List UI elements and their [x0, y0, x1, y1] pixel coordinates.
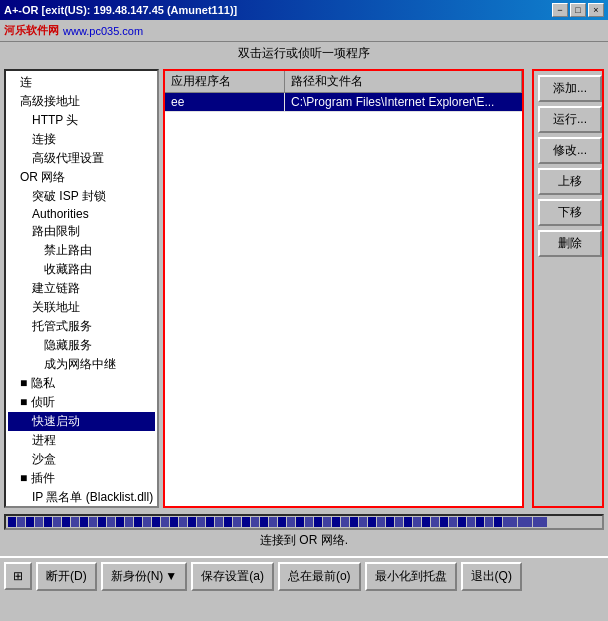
run-button[interactable]: 运行... [538, 106, 602, 133]
progress-segment [26, 517, 34, 527]
progress-segment [206, 517, 214, 527]
progress-segment [431, 517, 439, 527]
tree-item[interactable]: ■ 侦听 [8, 393, 155, 412]
dropdown-arrow-icon: ▼ [165, 569, 177, 583]
site-url: www.pc035.com [63, 25, 143, 37]
progress-segment [359, 517, 367, 527]
progress-segment [413, 517, 421, 527]
status-text: 连接到 OR 网络. [4, 532, 604, 549]
main-layout: 连高级接地址HTTP 头连接高级代理设置OR 网络突破 ISP 封锁Author… [0, 65, 608, 512]
tree-item[interactable]: 连接 [8, 130, 155, 149]
progress-segment [395, 517, 403, 527]
exit-button[interactable]: 退出(Q) [461, 562, 522, 591]
progress-segment [35, 517, 43, 527]
progress-segment [179, 517, 187, 527]
progress-segment [215, 517, 223, 527]
tree-item[interactable]: ■ 隐私 [8, 374, 155, 393]
disconnect-button[interactable]: 断开(D) [36, 562, 97, 591]
progress-segment [533, 517, 547, 527]
tree-item[interactable]: 托管式服务 [8, 317, 155, 336]
progress-segment [8, 517, 16, 527]
progress-segment [53, 517, 61, 527]
subtitle: 双击运行或侦听一项程序 [0, 42, 608, 65]
tree-item[interactable]: HTTP 头 [8, 111, 155, 130]
progress-segment [458, 517, 466, 527]
modify-button[interactable]: 修改... [538, 137, 602, 164]
minimize-tray-button[interactable]: 最小化到托盘 [365, 562, 457, 591]
tree-panel[interactable]: 连高级接地址HTTP 头连接高级代理设置OR 网络突破 ISP 封锁Author… [4, 69, 159, 508]
always-front-button[interactable]: 总在最前(o) [278, 562, 361, 591]
progress-segment [287, 517, 295, 527]
tree-item[interactable]: 连 [8, 73, 155, 92]
site-name: 河乐软件网 [4, 23, 59, 38]
progress-segment [386, 517, 394, 527]
progress-segment [188, 517, 196, 527]
new-identity-button[interactable]: 新身份(N) ▼ [101, 562, 188, 591]
progress-segment [197, 517, 205, 527]
progress-segment [518, 517, 532, 527]
add-button[interactable]: 添加... [538, 75, 602, 102]
progress-segment [449, 517, 457, 527]
tree-item[interactable]: 建立链路 [8, 279, 155, 298]
progress-segment [422, 517, 430, 527]
left-icon-button[interactable]: ⊞ [4, 562, 32, 590]
cell-app-name: ee [165, 93, 285, 111]
tree-item[interactable]: 突破 ISP 封锁 [8, 187, 155, 206]
tree-item[interactable]: ■ 系统 [8, 507, 155, 508]
progress-segment [143, 517, 151, 527]
progress-segment [404, 517, 412, 527]
window-controls: − □ × [552, 3, 604, 17]
tree-item[interactable]: 快速启动 [8, 412, 155, 431]
tree-item[interactable]: OR 网络 [8, 168, 155, 187]
move-down-button[interactable]: 下移 [538, 199, 602, 226]
progress-segment [44, 517, 52, 527]
progress-segment [467, 517, 475, 527]
restore-button[interactable]: □ [570, 3, 586, 17]
progress-segment [98, 517, 106, 527]
table-row[interactable]: ee C:\Program Files\Internet Explorer\E.… [165, 93, 522, 112]
tree-item[interactable]: 收藏路由 [8, 260, 155, 279]
table-body[interactable]: ee C:\Program Files\Internet Explorer\E.… [165, 93, 522, 506]
tree-item[interactable]: 隐藏服务 [8, 336, 155, 355]
window-title: A+-OR [exit(US): 199.48.147.45 (Amunet11… [4, 4, 237, 16]
tree-item[interactable]: ■ 插件 [8, 469, 155, 488]
progress-segment [440, 517, 448, 527]
close-button[interactable]: × [588, 3, 604, 17]
progress-segment [242, 517, 250, 527]
progress-area: 连接到 OR 网络. [4, 514, 604, 554]
progress-segment [161, 517, 169, 527]
progress-segment [134, 517, 142, 527]
progress-segment [260, 517, 268, 527]
progress-segment [278, 517, 286, 527]
table-wrapper: 应用程序名 路径和文件名 ee C:\Program Files\Interne… [163, 69, 604, 508]
tree-item[interactable]: 高级代理设置 [8, 149, 155, 168]
progress-segment [341, 517, 349, 527]
delete-button[interactable]: 删除 [538, 230, 602, 257]
progress-segment [170, 517, 178, 527]
progress-segment [125, 517, 133, 527]
move-up-button[interactable]: 上移 [538, 168, 602, 195]
progress-segment [152, 517, 160, 527]
tree-item[interactable]: 进程 [8, 431, 155, 450]
bottom-toolbar: ⊞ 断开(D) 新身份(N) ▼ 保存设置(a) 总在最前(o) 最小化到托盘 … [0, 556, 608, 594]
progress-segment [476, 517, 484, 527]
tree-item[interactable]: IP 黑名单 (Blacklist.dll) [8, 488, 155, 507]
progress-segment [296, 517, 304, 527]
progress-segment [17, 517, 25, 527]
progress-segment [377, 517, 385, 527]
progress-segment [71, 517, 79, 527]
tree-item[interactable]: 沙盒 [8, 450, 155, 469]
progress-bar [4, 514, 604, 530]
progress-segment [269, 517, 277, 527]
tree-item[interactable]: 禁止路由 [8, 241, 155, 260]
minimize-button[interactable]: − [552, 3, 568, 17]
tree-item[interactable]: 高级接地址 [8, 92, 155, 111]
save-settings-button[interactable]: 保存设置(a) [191, 562, 274, 591]
progress-segment [233, 517, 241, 527]
tree-item[interactable]: 关联地址 [8, 298, 155, 317]
tree-item[interactable]: 路由限制 [8, 222, 155, 241]
progress-segment [89, 517, 97, 527]
tree-item[interactable]: Authorities [8, 206, 155, 222]
tree-item[interactable]: 成为网络中继 [8, 355, 155, 374]
progress-segment [485, 517, 493, 527]
